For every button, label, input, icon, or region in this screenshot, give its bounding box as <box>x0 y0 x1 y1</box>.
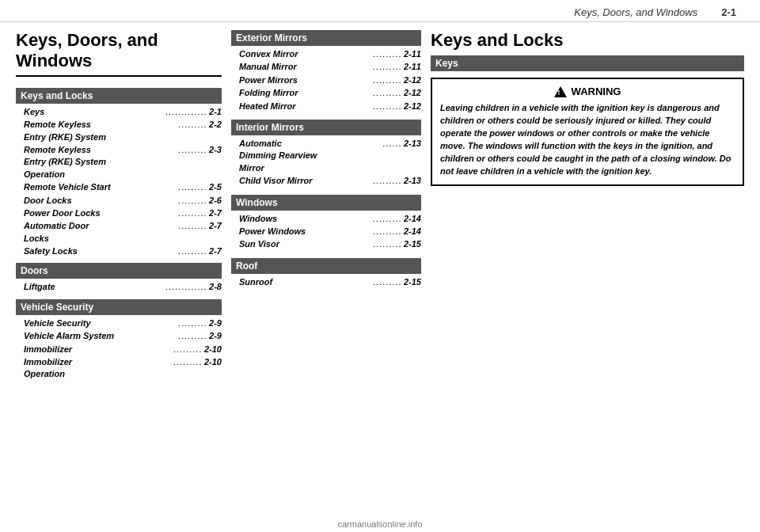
header-page-num: 2-1 <box>721 6 736 18</box>
section-header-doors: Doors <box>16 263 222 279</box>
right-section-title: Keys and Locks <box>431 30 744 51</box>
toc-convex-mirror: Convex Mirror ......... 2-11 <box>231 48 421 61</box>
warning-box: WARNING Leaving children in a vehicle wi… <box>431 78 744 186</box>
toc-auto-dimming-mirror: Automatic Dimming Rearview Mirror ......… <box>231 138 421 175</box>
toc-rke-op: Remote Keyless Entry (RKE) System Operat… <box>16 144 222 181</box>
toc-safety-locks: Safety Locks ......... 2-7 <box>16 245 222 258</box>
toc-liftgate: Liftgate ............. 2-8 <box>16 281 222 294</box>
warning-text: Leaving children in a vehicle with the i… <box>440 102 735 178</box>
toc-auto-door-locks: Automatic Door Locks ......... 2-7 <box>16 220 222 245</box>
toc-power-mirrors: Power Mirrors ......... 2-12 <box>231 74 421 87</box>
section-header-roof: Roof <box>231 258 421 274</box>
toc-alarm-system: Vehicle Alarm System ......... 2-9 <box>16 330 222 343</box>
section-header-vehicle-security: Vehicle Security <box>16 299 222 315</box>
section-header-keys-locks: Keys and Locks <box>16 88 222 104</box>
book-title: Keys, Doors, and Windows <box>16 30 222 77</box>
toc-immobilizer-op: Immobilizer Operation ......... 2-10 <box>16 356 222 382</box>
toc-vehicle-security: Vehicle Security ......... 2-9 <box>16 317 222 330</box>
col-left: Keys, Doors, and Windows Keys and Locks … <box>16 30 222 519</box>
col-middle: Exterior Mirrors Convex Mirror .........… <box>231 30 421 519</box>
warning-title: WARNING <box>440 86 735 97</box>
footer-text: carmanualsonline.info <box>337 519 422 529</box>
toc-sun-visor: Sun Visor ......... 2-15 <box>231 238 421 251</box>
right-sub-header: Keys <box>431 55 744 71</box>
col-right: Keys and Locks Keys WARNING Leaving chil… <box>431 30 744 519</box>
toc-power-door-locks: Power Door Locks ......... 2-7 <box>16 207 222 220</box>
toc-manual-mirror: Manual Mirror ......... 2-11 <box>231 61 421 74</box>
toc-door-locks: Door Locks ......... 2-6 <box>16 195 222 207</box>
toc-power-windows: Power Windows ......... 2-14 <box>231 226 421 238</box>
footer-bar: carmanualsonline.info <box>0 519 760 529</box>
toc-child-visor-mirror: Child Visor Mirror ......... 2-13 <box>231 175 421 188</box>
toc-heated-mirror: Heated Mirror ......... 2-12 <box>231 101 421 113</box>
main-content: Keys, Doors, and Windows Keys and Locks … <box>0 22 760 526</box>
section-header-interior-mirrors: Interior Mirrors <box>231 120 421 135</box>
section-header-exterior-mirrors: Exterior Mirrors <box>231 30 421 46</box>
toc-immobilizer: Immobilizer ......... 2-10 <box>16 344 222 356</box>
toc-folding-mirror: Folding Mirror ......... 2-12 <box>231 87 421 100</box>
toc-windows: Windows ......... 2-14 <box>231 213 421 226</box>
header-bar: Keys, Doors, and Windows 2-1 <box>0 0 760 22</box>
toc-rke: Remote Keyless Entry (RKE) System ......… <box>16 119 222 144</box>
header-title: Keys, Doors, and Windows <box>574 6 697 18</box>
warning-triangle-icon <box>554 86 567 97</box>
toc-sunroof: Sunroof ......... 2-15 <box>231 276 421 289</box>
toc-keys: Keys ............. 2-1 <box>16 106 222 119</box>
page-container: Keys, Doors, and Windows 2-1 Keys, Doors… <box>0 0 760 532</box>
toc-remote-vehicle: Remote Vehicle Start ......... 2-5 <box>16 181 222 194</box>
section-header-windows: Windows <box>231 195 421 211</box>
warning-label: WARNING <box>572 86 621 97</box>
